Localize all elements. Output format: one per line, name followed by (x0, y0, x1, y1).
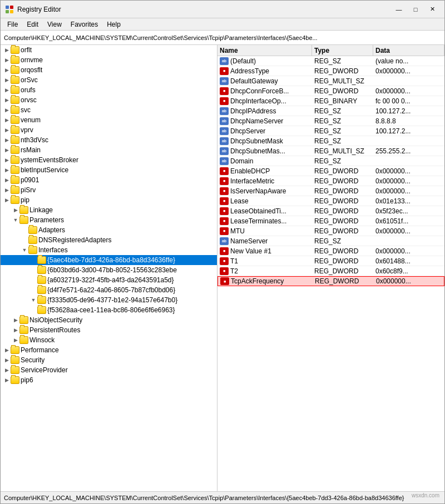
expand-icon[interactable]: ▼ (21, 246, 28, 254)
expand-icon[interactable]: ▶ (3, 116, 11, 124)
table-row[interactable]: ab(Default)REG_SZ(value no... (217, 56, 444, 66)
table-row[interactable]: ■InterfaceMetricREG_DWORD0x000000... (217, 176, 444, 186)
tree-item[interactable]: ▼{f3335d05-de96-4377-b1e2-94a157e647b0} (1, 295, 217, 305)
expand-icon[interactable] (29, 286, 37, 294)
expand-icon[interactable] (29, 276, 37, 284)
table-row[interactable]: ■LeaseREG_DWORD0x01e133... (217, 196, 444, 206)
expand-icon[interactable]: ▼ (29, 296, 37, 304)
tree-item[interactable]: ▶piSrv (1, 185, 217, 195)
tree-item[interactable]: ▶pip (1, 195, 217, 205)
tree-item[interactable]: Adapters (1, 225, 217, 235)
table-row[interactable]: abNameServerREG_SZ (217, 236, 444, 246)
maximize-button[interactable]: □ (408, 4, 423, 15)
expand-icon[interactable] (21, 226, 28, 234)
expand-icon[interactable]: ▶ (3, 136, 11, 144)
menu-file[interactable]: File (3, 19, 22, 29)
table-row[interactable]: abDhcpNameServerREG_SZ8.8.8.8 (217, 116, 444, 126)
table-row[interactable]: abDhcpSubnetMas...REG_MULTI_SZ255.255.2.… (217, 146, 444, 156)
tree-item[interactable]: ▶Winsock (1, 335, 217, 345)
table-row[interactable]: ■TcpAckFrequencyREG_DWORD0x000000... (217, 276, 444, 286)
expand-icon[interactable] (29, 266, 37, 274)
tree-item[interactable]: ▶p0901 (1, 175, 217, 185)
expand-icon[interactable]: ▶ (3, 196, 11, 204)
expand-icon[interactable]: ▶ (3, 66, 11, 74)
table-row[interactable]: abDhcpServerREG_SZ100.127.2... (217, 126, 444, 136)
expand-icon[interactable]: ▶ (3, 346, 11, 354)
expand-icon[interactable]: ▶ (3, 356, 11, 364)
tree-item[interactable]: ▼Interfaces (1, 245, 217, 255)
expand-icon[interactable]: ▶ (3, 186, 11, 194)
expand-icon[interactable]: ▶ (3, 166, 11, 174)
table-row[interactable]: ■IsServerNapAwareREG_DWORD0x000000... (217, 186, 444, 196)
expand-icon[interactable]: ▶ (12, 336, 19, 344)
expand-icon[interactable]: ▶ (3, 366, 11, 374)
tree-item[interactable]: ▶vprv (1, 125, 217, 135)
expand-icon[interactable]: ▶ (3, 76, 11, 84)
tree-item[interactable]: ▶Linkage (1, 205, 217, 215)
table-row[interactable]: ■AddressTypeREG_DWORD0x000000... (217, 66, 444, 76)
tree-item[interactable]: ▶ServiceProvider (1, 365, 217, 375)
expand-icon[interactable]: ▶ (3, 176, 11, 184)
tree-item[interactable]: ▶PersistentRoutes (1, 325, 217, 335)
expand-icon[interactable]: ▶ (3, 46, 11, 54)
expand-icon[interactable]: ▼ (12, 216, 19, 224)
tree-pane[interactable]: ▶orflt▶ornvme▶orqosflt▶orSvc▶orufs▶orvsc… (1, 45, 217, 491)
expand-icon[interactable] (21, 236, 28, 244)
tree-item[interactable]: ▼Parameters (1, 215, 217, 225)
expand-icon[interactable] (29, 256, 37, 264)
tree-item[interactable]: ▶ystemEventsBroker (1, 155, 217, 165)
table-row[interactable]: ■DhcpInterfaceOp...REG_BINARYfc 00 00 0.… (217, 96, 444, 106)
tree-item[interactable]: ▶venum (1, 115, 217, 125)
table-row[interactable]: ■T1REG_DWORD0x601488... (217, 256, 444, 266)
table-row[interactable]: abDomainREG_SZ (217, 156, 444, 166)
tree-item[interactable]: ▶orufs (1, 85, 217, 95)
col-header-type[interactable]: Type (312, 45, 373, 56)
tree-item[interactable]: ▶rsMain (1, 145, 217, 155)
table-row[interactable]: abDhcpIPAddressREG_SZ100.127.2... (217, 106, 444, 116)
expand-icon[interactable]: ▶ (3, 376, 11, 384)
expand-icon[interactable]: ▶ (3, 156, 11, 164)
table-row[interactable]: ■DhcpConnForceB...REG_DWORD0x000000... (217, 86, 444, 96)
tree-item[interactable]: ▶pip6 (1, 375, 217, 385)
tree-item[interactable]: ▶NsiObjectSecurity (1, 315, 217, 325)
expand-icon[interactable]: ▶ (12, 326, 19, 334)
col-header-data[interactable]: Data (373, 45, 444, 56)
menu-view[interactable]: View (43, 19, 66, 29)
table-row[interactable]: ■New Value #1REG_DWORD0x000000... (217, 246, 444, 256)
tree-item[interactable]: ▶svc (1, 105, 217, 115)
expand-icon[interactable]: ▶ (3, 96, 11, 104)
tree-item[interactable]: ▶orqosflt (1, 65, 217, 75)
tree-item[interactable]: ▶orvsc (1, 95, 217, 105)
menu-help[interactable]: Help (102, 19, 125, 29)
expand-icon[interactable]: ▶ (3, 106, 11, 114)
table-row[interactable]: ■LeaseObtainedTi...REG_DWORD0x5f23ec... (217, 206, 444, 216)
tree-item[interactable]: {5aec4beb-7dd3-426a-86bd-ba8d34636ffe} (1, 255, 217, 265)
expand-icon[interactable]: ▶ (3, 126, 11, 134)
table-row[interactable]: ■MTUREG_DWORD0x000000... (217, 226, 444, 236)
detail-pane[interactable]: Name Type Data ab(Default)REG_SZ(value n… (217, 45, 444, 491)
table-row[interactable]: ■T2REG_DWORD0x60c8f9... (217, 266, 444, 276)
expand-icon[interactable]: ▶ (3, 56, 11, 64)
expand-icon[interactable]: ▶ (3, 146, 11, 154)
tree-item[interactable]: {d4f7e571-6a22-4a06-8605-7b87cfb0bd06} (1, 285, 217, 295)
table-row[interactable]: abDefaultGatewayREG_MULTI_SZ (217, 76, 444, 86)
tree-item[interactable]: {6b03bd6d-3d00-47bb-8052-15563c283ebe (1, 265, 217, 275)
tree-item[interactable]: ▶nth3dVsc (1, 135, 217, 145)
minimize-button[interactable]: — (391, 4, 407, 15)
tree-item[interactable]: {f53628aa-cee1-11ea-bc86-806e6f6e6963} (1, 305, 217, 315)
close-button[interactable]: ✕ (424, 4, 440, 15)
expand-icon[interactable]: ▶ (12, 316, 19, 324)
table-row[interactable]: abDhcpSubnetMaskREG_SZ (217, 136, 444, 146)
tree-item[interactable]: DNSRegisteredAdapters (1, 235, 217, 245)
tree-item[interactable]: ▶Performance (1, 345, 217, 355)
menu-favorites[interactable]: Favorites (66, 19, 102, 29)
col-header-name[interactable]: Name (217, 45, 312, 56)
tree-item[interactable]: ▶orflt (1, 45, 217, 55)
expand-icon[interactable]: ▶ (3, 86, 11, 94)
table-row[interactable]: ■LeaseTerminates...REG_DWORD0x61051f... (217, 216, 444, 226)
table-row[interactable]: ■EnableDHCPREG_DWORD0x000000... (217, 166, 444, 176)
tree-item[interactable]: ▶Security (1, 355, 217, 365)
menu-edit[interactable]: Edit (22, 19, 43, 29)
expand-icon[interactable]: ▶ (12, 206, 19, 214)
tree-item[interactable]: {a6032719-322f-45fb-a4f3-da2643591a5d} (1, 275, 217, 285)
